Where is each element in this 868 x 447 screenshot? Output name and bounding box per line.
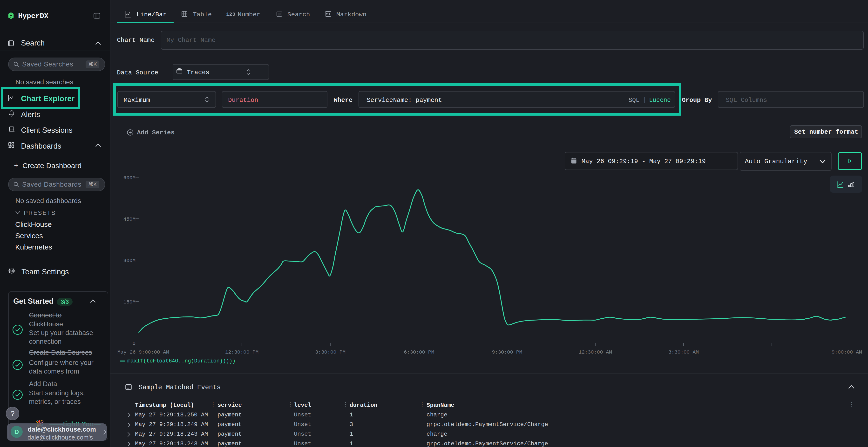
svg-text:600M: 600M: [123, 175, 135, 181]
svg-text:12:30:00 AM: 12:30:00 AM: [579, 349, 612, 355]
svg-text:May 26 9:00:00 AM: May 26 9:00:00 AM: [117, 349, 169, 355]
svg-text:3:30:00 PM: 3:30:00 PM: [315, 349, 345, 355]
svg-text:450M: 450M: [123, 216, 135, 222]
svg-text:300M: 300M: [123, 258, 135, 264]
svg-text:maxIf(toFloat64O..ng(Duration): maxIf(toFloat64O..ng(Duration))))): [127, 358, 236, 364]
svg-text:3:30:00 AM: 3:30:00 AM: [669, 349, 699, 355]
svg-text:150M: 150M: [123, 299, 135, 305]
svg-text:6:30:00 PM: 6:30:00 PM: [404, 349, 434, 355]
svg-text:9:00:00 AM: 9:00:00 AM: [832, 349, 862, 355]
svg-text:0: 0: [132, 341, 135, 346]
svg-text:9:30:00 PM: 9:30:00 PM: [492, 349, 522, 355]
svg-text:12:30:00 PM: 12:30:00 PM: [225, 349, 259, 355]
